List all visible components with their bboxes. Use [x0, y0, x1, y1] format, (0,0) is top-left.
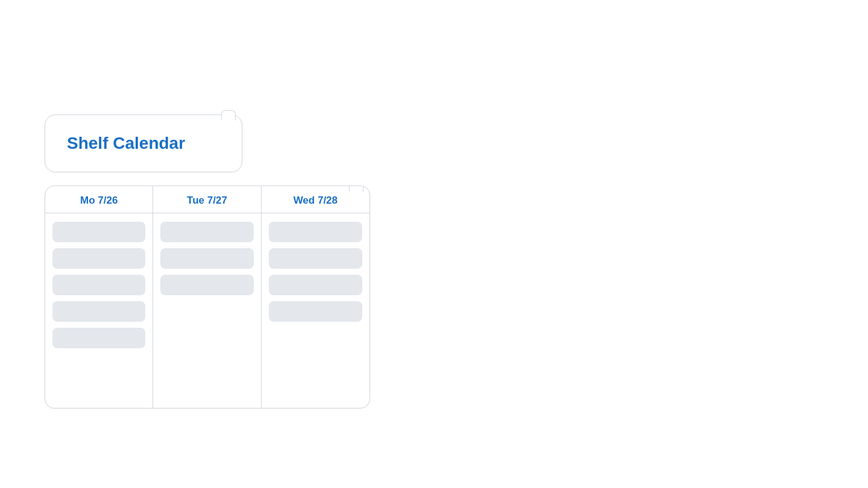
- list-item[interactable]: [269, 222, 362, 242]
- list-item[interactable]: [52, 248, 145, 269]
- calendar-column-wed: Wed 7/28: [262, 186, 370, 408]
- page-title: Shelf Calendar: [67, 134, 185, 153]
- calendar-column-tue: Tue 7/27: [153, 186, 261, 408]
- list-item[interactable]: [269, 275, 362, 295]
- list-item[interactable]: [160, 275, 253, 295]
- column-items-mon: [45, 213, 153, 408]
- title-card: Shelf Calendar: [45, 114, 242, 172]
- column-header-tue-label: Tue 7/27: [187, 195, 227, 206]
- calendar-grid: Mo 7/26 Tue 7/27: [45, 186, 370, 408]
- column-header-mon: Mo 7/26: [45, 186, 153, 213]
- page-container: Shelf Calendar Mo 7/26 Tue 7: [0, 0, 868, 488]
- column-header-wed-label: Wed 7/28: [294, 195, 338, 206]
- calendar-column-mon: Mo 7/26: [45, 186, 153, 408]
- list-item[interactable]: [52, 328, 145, 348]
- list-item[interactable]: [52, 222, 145, 242]
- list-item[interactable]: [160, 222, 253, 242]
- column-header-tue: Tue 7/27: [153, 186, 260, 213]
- list-item[interactable]: [52, 275, 145, 295]
- column-header-mon-label: Mo 7/26: [80, 195, 118, 206]
- column-items-tue: [153, 213, 260, 408]
- calendar-card: Mo 7/26 Tue 7/27: [45, 186, 370, 408]
- list-item[interactable]: [160, 248, 253, 269]
- column-items-wed: [262, 213, 370, 408]
- list-item[interactable]: [52, 301, 145, 322]
- column-header-wed: Wed 7/28: [262, 186, 370, 213]
- list-item[interactable]: [269, 248, 362, 269]
- list-item[interactable]: [269, 301, 362, 322]
